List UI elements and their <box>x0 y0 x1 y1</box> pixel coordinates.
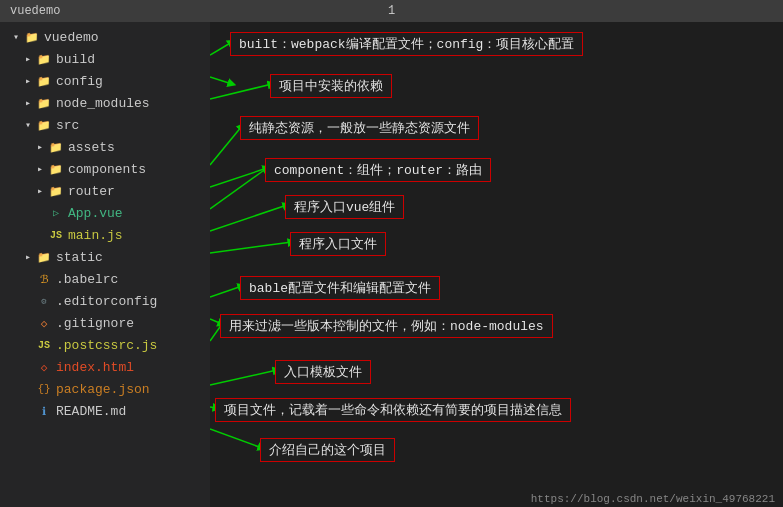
annotation-7: bable配置文件和编辑配置文件 <box>240 276 440 300</box>
folder-icon-static: 📁 <box>36 249 52 265</box>
svg-line-6 <box>210 205 287 231</box>
annotation-11: 介绍自己的这个项目 <box>260 438 395 462</box>
tree-item-babelrc[interactable]: ℬ .babelrc <box>0 268 210 290</box>
tree-label-readme: README.md <box>56 404 126 419</box>
annotations-area: built：webpack编译配置文件；config：项目核心配置 项目中安装的… <box>210 22 783 507</box>
tree-label-router: router <box>68 184 115 199</box>
tree-label-node-modules: node_modules <box>56 96 150 111</box>
tree-item-editorconfig[interactable]: ⚙ .editorconfig <box>0 290 210 312</box>
svg-line-13 <box>210 429 262 448</box>
tree-item-assets[interactable]: 📁 assets <box>0 136 210 158</box>
folder-icon-build: 📁 <box>36 51 52 67</box>
chevron-icon-node-modules <box>20 95 36 111</box>
tree-item-vuedemo[interactable]: 📁 vuedemo <box>0 26 210 48</box>
chevron-icon-components <box>32 161 48 177</box>
tree-item-app-vue[interactable]: ▷ App.vue <box>0 202 210 224</box>
tree-item-gitignore[interactable]: ◇ .gitignore <box>0 312 210 334</box>
bottom-url: https://blog.csdn.net/weixin_49768221 <box>523 491 783 507</box>
tree-label-index-html: index.html <box>56 360 134 375</box>
tree-label-app-vue: App.vue <box>68 206 123 221</box>
tree-item-router[interactable]: 📁 router <box>0 180 210 202</box>
tree-item-postcssrc[interactable]: JS .postcssrc.js <box>0 334 210 356</box>
folder-icon-components: 📁 <box>48 161 64 177</box>
tree-item-src[interactable]: 📁 src <box>0 114 210 136</box>
folder-icon-node-modules: 📁 <box>36 95 52 111</box>
tree-label-package-json: package.json <box>56 382 150 397</box>
svg-line-1 <box>210 77 232 84</box>
tree-label-assets: assets <box>68 140 115 155</box>
tree-item-static[interactable]: 📁 static <box>0 246 210 268</box>
tree-item-package-json[interactable]: {} package.json <box>0 378 210 400</box>
chevron-icon-assets <box>32 139 48 155</box>
vue-icon-app: ▷ <box>48 205 64 221</box>
js-icon-main: JS <box>48 227 64 243</box>
folder-icon-router: 📁 <box>48 183 64 199</box>
chevron-icon-build <box>20 51 36 67</box>
chevron-icon-vuedemo <box>8 29 24 45</box>
chevron-icon-static <box>20 249 36 265</box>
tree-item-index-html[interactable]: ◇ index.html <box>0 356 210 378</box>
info-icon: ℹ <box>36 403 52 419</box>
tree-label-build: build <box>56 52 95 67</box>
title-bar-app: vuedemo <box>10 4 60 18</box>
main-container: 📁 vuedemo 📁 build 📁 config 📁 node_module… <box>0 22 783 507</box>
tree-label-editorconfig: .editorconfig <box>56 294 157 309</box>
json-icon: {} <box>36 381 52 397</box>
folder-icon-assets: 📁 <box>48 139 64 155</box>
svg-line-11 <box>210 370 277 385</box>
svg-line-2 <box>210 84 272 99</box>
annotation-10: 项目文件，记载着一些命令和依赖还有简要的项目描述信息 <box>215 398 571 422</box>
annotation-6: 程序入口文件 <box>290 232 386 256</box>
annotation-8: 用来过滤一些版本控制的文件，例如：node-modules <box>220 314 553 338</box>
tree-item-node-modules[interactable]: 📁 node_modules <box>0 92 210 114</box>
annotation-9: 入口模板文件 <box>275 360 371 384</box>
tree-item-components[interactable]: 📁 components <box>0 158 210 180</box>
chevron-icon-router <box>32 183 48 199</box>
tree-item-config[interactable]: 📁 config <box>0 70 210 92</box>
title-bar-tab: 1 <box>388 4 395 18</box>
title-bar: vuedemo 1 <box>0 0 783 22</box>
svg-line-7 <box>210 242 292 253</box>
svg-line-5 <box>210 168 267 209</box>
js-icon-postcss: JS <box>36 337 52 353</box>
annotation-4: component：组件；router：路由 <box>265 158 491 182</box>
tree-label-components: components <box>68 162 146 177</box>
tree-label-babelrc: .babelrc <box>56 272 118 287</box>
tree-label-src: src <box>56 118 79 133</box>
svg-line-3 <box>210 126 242 165</box>
svg-line-0 <box>210 42 232 55</box>
babel-icon: ℬ <box>36 271 52 287</box>
folder-icon-src: 📁 <box>36 117 52 133</box>
editor-icon: ⚙ <box>36 293 52 309</box>
tree-label-main-js: main.js <box>68 228 123 243</box>
chevron-icon-config <box>20 73 36 89</box>
annotation-1: built：webpack编译配置文件；config：项目核心配置 <box>230 32 583 56</box>
tree-label-vuedemo: vuedemo <box>44 30 99 45</box>
tree-item-main-js[interactable]: JS main.js <box>0 224 210 246</box>
tree-item-build[interactable]: 📁 build <box>0 48 210 70</box>
tree-label-config: config <box>56 74 103 89</box>
annotation-5: 程序入口vue组件 <box>285 195 404 219</box>
folder-icon-vuedemo: 📁 <box>24 29 40 45</box>
annotation-3: 纯静态资源，一般放一些静态资源文件 <box>240 116 479 140</box>
svg-line-4 <box>210 168 267 187</box>
svg-line-8 <box>210 286 242 297</box>
tree-label-postcssrc: .postcssrc.js <box>56 338 157 353</box>
tree-label-gitignore: .gitignore <box>56 316 134 331</box>
file-tree: 📁 vuedemo 📁 build 📁 config 📁 node_module… <box>0 22 210 507</box>
chevron-icon-src <box>20 117 36 133</box>
html-icon: ◇ <box>36 359 52 375</box>
folder-icon-config: 📁 <box>36 73 52 89</box>
tree-label-static: static <box>56 250 103 265</box>
tree-item-readme[interactable]: ℹ README.md <box>0 400 210 422</box>
git-icon: ◇ <box>36 315 52 331</box>
annotation-2: 项目中安装的依赖 <box>270 74 392 98</box>
